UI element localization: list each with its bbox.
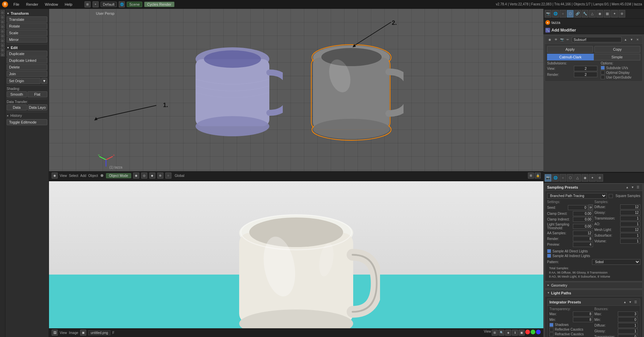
render-samples-value[interactable] [573, 236, 593, 241]
mode-select[interactable]: Object Mode [106, 173, 131, 178]
img-scope-icon[interactable]: ◈ [505, 330, 511, 336]
viewport-icon2[interactable]: + [93, 1, 99, 7]
set-origin-btn[interactable]: Set Origin [7, 78, 41, 84]
render-particles2-icon[interactable]: ✦ [589, 174, 596, 182]
diffuse-s-value[interactable] [620, 204, 640, 209]
toolbar-btn-6[interactable]: ◻ [1, 34, 5, 38]
data-icon[interactable]: △ [589, 10, 596, 17]
overlay-icon[interactable]: ⊞ [528, 173, 534, 179]
menu-render[interactable]: Render [23, 2, 41, 7]
render-mat2-icon[interactable]: ◉ [582, 174, 588, 182]
translate-btn[interactable]: Translate [7, 16, 47, 22]
rotate-btn[interactable]: Rotate [7, 23, 47, 29]
preview-value[interactable] [573, 242, 593, 247]
scene-icon[interactable]: 🌐 [119, 1, 125, 7]
seed-rand-icon[interactable]: ⟳ [588, 204, 593, 210]
sampling-up-icon[interactable]: ▲ [625, 185, 630, 190]
join-btn[interactable]: Join [7, 71, 47, 77]
scene-prop-icon[interactable]: 🌐 [552, 10, 559, 17]
flat-btn[interactable]: Flat [28, 91, 48, 97]
image-image-btn[interactable]: Image [69, 331, 78, 335]
img-zoom-icon[interactable]: 🔍 [498, 330, 504, 336]
mesh-light-value[interactable] [620, 227, 640, 232]
object-icon[interactable]: ⬡ [567, 10, 574, 17]
modifier-up-icon[interactable]: ▲ [623, 37, 628, 42]
menu-help[interactable]: Help [62, 2, 75, 7]
pattern-select[interactable]: Sobol [592, 259, 640, 265]
pivot-icon[interactable]: ◆ [149, 173, 155, 179]
sampling-menu-icon[interactable]: ☰ [636, 185, 640, 190]
trans-max-value[interactable] [573, 311, 593, 317]
particles-icon[interactable]: ✦ [611, 10, 618, 17]
render-obj2-icon[interactable]: ⬡ [567, 174, 574, 182]
use-opensubdiv-checkbox[interactable] [601, 75, 605, 79]
view-btn[interactable]: View [60, 174, 67, 178]
image-slot-icon[interactable]: ▣ [80, 330, 86, 336]
scale-btn[interactable]: Scale [7, 30, 47, 36]
view2-btn[interactable]: View [484, 330, 491, 336]
glossy-s-value[interactable] [620, 210, 640, 215]
toolbar-btn-8[interactable]: ◻ [1, 43, 5, 47]
material-icon[interactable]: ◉ [596, 10, 603, 17]
catmull-clark-tab[interactable]: Catmull-Clark [547, 54, 594, 60]
toolbar-btn-5[interactable]: ◻ [1, 29, 5, 33]
bounce-min-value[interactable] [618, 317, 638, 322]
transmission-b-value[interactable] [618, 334, 638, 337]
scene-select[interactable]: Scene [127, 2, 142, 7]
modifier-edit-icon[interactable]: ✏ [565, 37, 571, 42]
duplicate-linked-btn[interactable]: Duplicate Linked [7, 57, 47, 63]
refractive-caustics-checkbox[interactable] [549, 332, 553, 336]
glossy-b-value[interactable] [618, 329, 638, 334]
render-value[interactable] [574, 72, 597, 77]
geometry-header[interactable]: ► Geometry [545, 282, 642, 289]
viewport-icon[interactable]: ⊞ [85, 1, 91, 7]
integrator-menu-icon[interactable]: ☰ [633, 300, 638, 304]
shading-solid[interactable]: ◉ [133, 173, 139, 179]
modifier-icon-btn[interactable]: 🔧 [582, 10, 588, 17]
lock-icon[interactable]: 🔒 [535, 173, 541, 179]
toolbar-btn-2[interactable]: ◻ [1, 15, 5, 19]
integrator-down-icon[interactable]: ▼ [628, 300, 633, 304]
viewport-type-icon[interactable]: ◉ [52, 173, 58, 179]
physics-icon[interactable]: ⊕ [619, 10, 625, 17]
modifier-render-icon[interactable]: 📷 [559, 37, 565, 42]
data-btn[interactable]: Data [7, 104, 27, 110]
render-cam-icon[interactable]: 📷 [545, 174, 551, 182]
image-viewer[interactable]: 🖼 View Image ▣ untitled.png F View ⊞ 🔍 ◈… [49, 181, 543, 337]
texture-icon[interactable]: ▦ [604, 10, 610, 17]
integrator-up-icon[interactable]: ▲ [623, 300, 627, 304]
toggle-editmode-btn[interactable]: Toggle Editmode [7, 119, 47, 125]
diffuse-b-value[interactable] [618, 323, 638, 328]
menu-file[interactable]: File [11, 2, 22, 7]
menu-window[interactable]: Window [42, 2, 61, 7]
render-data2-icon[interactable]: △ [574, 174, 581, 182]
clamp-indirect-value[interactable] [573, 217, 593, 222]
clamp-direct-value[interactable] [573, 211, 593, 216]
trans-min-value[interactable] [573, 317, 593, 322]
mirror-btn[interactable]: Mirror [7, 37, 47, 43]
global-select[interactable]: Global [175, 174, 184, 178]
seed-value[interactable] [568, 205, 588, 210]
proportional-icon[interactable]: ○ [165, 173, 171, 179]
toolbar-btn-3[interactable]: ◻ [1, 19, 5, 23]
toolbar-btn-1[interactable]: ◻ [1, 10, 5, 14]
screen-select[interactable]: Default [101, 2, 117, 7]
image-viewer-icon[interactable]: 🖼 [52, 330, 58, 336]
bounce-max-value[interactable] [618, 311, 638, 317]
toolbar-btn-10[interactable]: ◻ [1, 52, 5, 56]
view-value[interactable] [574, 66, 597, 71]
data-layo-btn[interactable]: Data Layo [28, 104, 48, 110]
viewport-3d[interactable]: User Persp [49, 9, 543, 180]
subdivide-uvs-checkbox[interactable] [601, 66, 605, 70]
sampling-down-icon[interactable]: ▼ [630, 185, 635, 190]
optimal-display-checkbox[interactable] [601, 70, 605, 75]
modifier-down-icon[interactable]: ▼ [629, 37, 634, 42]
subsurface-value[interactable] [620, 233, 640, 238]
modifier-delete-icon[interactable]: ✕ [635, 37, 640, 42]
img-render-slots[interactable]: ▣ [519, 330, 525, 336]
render-icon[interactable]: 📷 [545, 10, 551, 17]
toolbar-btn-7[interactable]: ◻ [1, 38, 5, 42]
constraint-icon[interactable]: 🔗 [574, 10, 581, 17]
aa-samples-value[interactable] [573, 231, 593, 236]
ao-value[interactable] [620, 222, 640, 227]
